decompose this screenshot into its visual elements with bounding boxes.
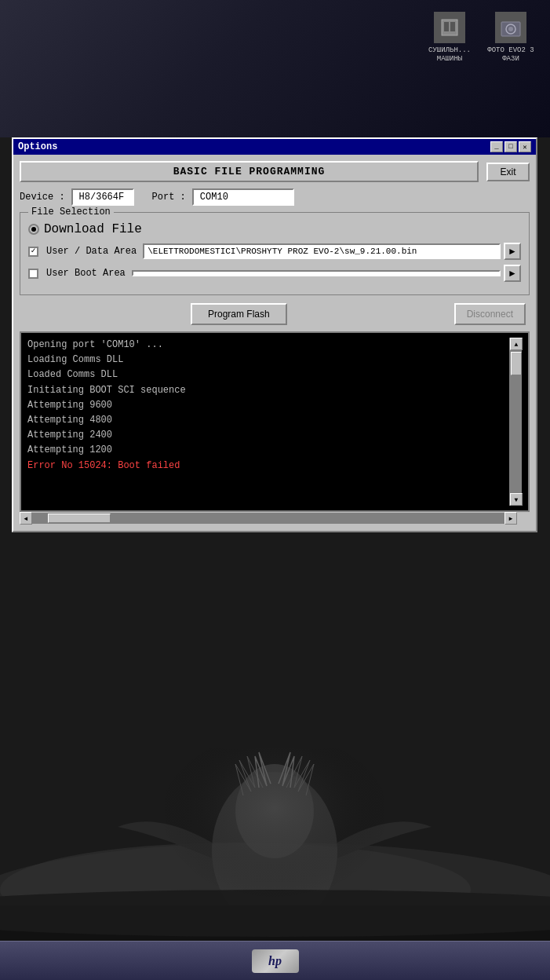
user-data-label: User / Data Area bbox=[46, 246, 137, 257]
action-row: Program Flash Disconnect bbox=[20, 303, 530, 325]
close-button[interactable]: ✕ bbox=[519, 141, 531, 152]
user-data-row: ✓ User / Data Area \ELETTRODOMESTICI\PRO… bbox=[28, 243, 521, 260]
device-value: H8/3664F bbox=[71, 188, 134, 206]
hp-logo-text: hp bbox=[268, 954, 282, 968]
program-flash-button[interactable]: Program Flash bbox=[191, 303, 287, 325]
scroll-thumb[interactable] bbox=[511, 352, 522, 375]
log-line: Loaded Comms DLL bbox=[27, 368, 506, 382]
window-body: BASIC FILE PROGRAMMING Exit Device : H8/… bbox=[13, 155, 536, 531]
h-scroll-thumb[interactable] bbox=[48, 514, 111, 523]
header-bar: BASIC FILE PROGRAMMING Exit bbox=[20, 161, 530, 182]
icon-image-2 bbox=[495, 12, 526, 43]
taskbar: hp bbox=[0, 941, 550, 980]
svg-point-5 bbox=[508, 27, 513, 31]
window-title: Options bbox=[18, 141, 57, 152]
log-line: Initiating BOOT SCI sequence bbox=[27, 383, 506, 398]
h-scroll-corner bbox=[517, 512, 530, 525]
desktop-icon-1[interactable]: СУШИЛЬН... МАШИНЫ bbox=[422, 12, 477, 64]
log-line: Attempting 1200 bbox=[27, 443, 506, 458]
maximize-button[interactable]: □ bbox=[504, 141, 517, 152]
user-data-browse-button[interactable]: ► bbox=[504, 243, 521, 260]
log-scrollbar[interactable]: ▲ ▼ bbox=[509, 338, 522, 506]
app-window: Options _ □ ✕ BASIC FILE PROGRAMMING Exi… bbox=[12, 137, 537, 532]
port-value: COM10 bbox=[192, 188, 294, 206]
user-boot-path[interactable] bbox=[132, 270, 501, 276]
user-data-path[interactable]: \ELETTRODOMESTICI\PROSHYTY PROZ EVO-2\sw… bbox=[143, 243, 501, 259]
exit-button[interactable]: Exit bbox=[486, 163, 530, 181]
user-boot-label: User Boot Area bbox=[46, 268, 126, 279]
file-selection-legend: File Selection bbox=[28, 207, 114, 218]
title-bar: Options _ □ ✕ bbox=[13, 139, 536, 155]
icon-label-1: СУШИЛЬН... МАШИНЫ bbox=[422, 46, 477, 64]
svg-rect-1 bbox=[444, 22, 449, 31]
disconnect-button[interactable]: Disconnect bbox=[454, 303, 526, 325]
desktop-bottom: hp bbox=[0, 748, 550, 980]
log-container: Opening port 'COM10' ...Loading Comms DL… bbox=[20, 331, 530, 512]
wallpaper-art bbox=[0, 748, 550, 941]
user-boot-row: User Boot Area ► bbox=[28, 265, 521, 282]
svg-rect-2 bbox=[450, 22, 455, 31]
log-line: Attempting 9600 bbox=[27, 398, 506, 413]
radio-dot bbox=[31, 227, 36, 232]
device-label: Device : bbox=[20, 192, 65, 203]
user-data-checkbox[interactable]: ✓ bbox=[28, 247, 38, 257]
log-line: Attempting 2400 bbox=[27, 428, 506, 443]
log-content: Opening port 'COM10' ...Loading Comms DL… bbox=[27, 338, 506, 506]
h-scroll-track bbox=[32, 513, 504, 524]
log-line: Opening port 'COM10' ... bbox=[27, 338, 506, 353]
h-scrollbar-row: ◄ ► bbox=[20, 512, 530, 525]
user-boot-checkbox[interactable] bbox=[28, 269, 38, 279]
h-scroll-left-arrow[interactable]: ◄ bbox=[20, 512, 32, 525]
icon-label-2: ФОТО EVO2 3 ФА3И bbox=[483, 46, 538, 64]
device-row: Device : H8/3664F Port : COM10 bbox=[20, 188, 530, 206]
desktop-top: СУШИЛЬН... МАШИНЫ ФОТО EVO2 3 ФА3И bbox=[0, 0, 550, 137]
scroll-down-arrow[interactable]: ▼ bbox=[510, 493, 523, 506]
checkmark-icon: ✓ bbox=[31, 247, 35, 255]
user-boot-browse-button[interactable]: ► bbox=[504, 265, 521, 282]
hp-logo: hp bbox=[252, 949, 299, 973]
desktop-icon-2[interactable]: ФОТО EVO2 3 ФА3И bbox=[483, 12, 538, 64]
desktop-icons: СУШИЛЬН... МАШИНЫ ФОТО EVO2 3 ФА3И bbox=[422, 12, 538, 64]
log-line: Error No 15024: Boot failed bbox=[27, 459, 506, 474]
h-scroll-right-arrow[interactable]: ► bbox=[504, 512, 517, 525]
log-line: Loading Comms DLL bbox=[27, 353, 506, 368]
scroll-up-arrow[interactable]: ▲ bbox=[510, 338, 523, 350]
download-file-label: Download File bbox=[44, 222, 142, 236]
file-selection-group: File Selection Download File ✓ User / Da… bbox=[20, 212, 530, 295]
port-label: Port : bbox=[152, 192, 186, 203]
icon-image-1 bbox=[434, 12, 465, 43]
download-file-radio[interactable] bbox=[28, 224, 39, 235]
minimize-button[interactable]: _ bbox=[490, 141, 503, 152]
header-title: BASIC FILE PROGRAMMING bbox=[20, 161, 479, 182]
scroll-track bbox=[510, 350, 522, 493]
window-controls: _ □ ✕ bbox=[490, 141, 531, 152]
log-line: Attempting 4800 bbox=[27, 413, 506, 428]
download-file-row: Download File bbox=[28, 222, 521, 236]
